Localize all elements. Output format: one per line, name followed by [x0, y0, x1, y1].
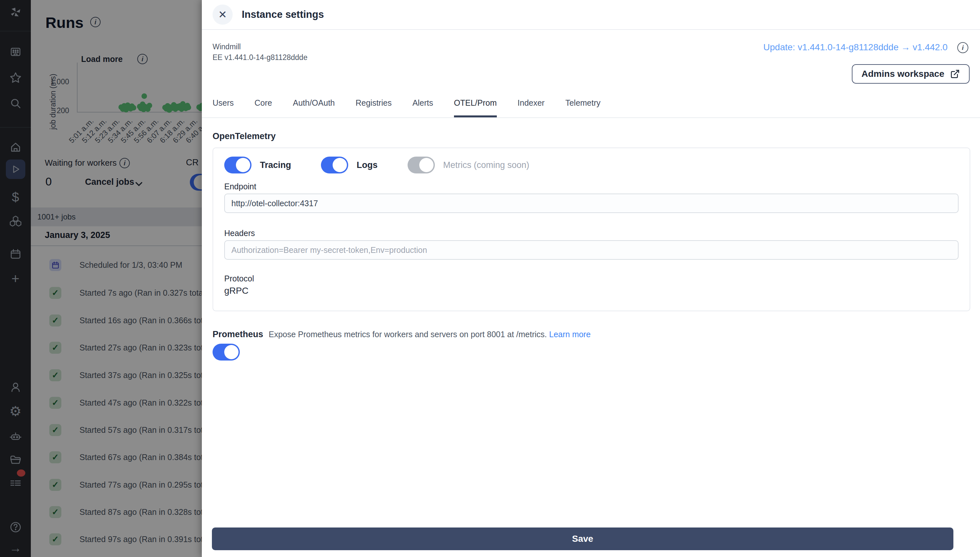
- update-link[interactable]: Update: v1.441.0-14-g81128ddde → v1.442.…: [763, 42, 947, 52]
- version-line-build: EE v1.441.0-14-g81128ddde: [212, 52, 307, 63]
- tab-alerts[interactable]: Alerts: [412, 98, 433, 117]
- protocol-label: Protocol: [224, 274, 254, 283]
- toggle-label: Tracing: [260, 160, 291, 170]
- metrics-toggle: [408, 156, 435, 173]
- toggle-group-metrics: Metrics (coming soon): [408, 156, 529, 173]
- external-link-icon: [950, 69, 960, 79]
- tracing-toggle[interactable]: [224, 156, 252, 173]
- admins-workspace-button[interactable]: Admins workspace: [852, 64, 970, 84]
- toggle-group-logs: Logs: [321, 156, 378, 173]
- tab-telemetry[interactable]: Telemetry: [565, 98, 600, 117]
- otel-toggles: TracingLogsMetrics (coming soon): [224, 156, 547, 173]
- toggle-label: Logs: [357, 160, 378, 170]
- endpoint-input[interactable]: [224, 194, 959, 213]
- opentelemetry-heading: OpenTelemetry: [212, 131, 276, 142]
- close-icon[interactable]: ✕: [212, 5, 233, 24]
- instance-settings-drawer: ✕ Instance settings Windmill EE v1.441.0…: [202, 0, 980, 557]
- endpoint-label: Endpoint: [224, 182, 256, 191]
- toggle-group-tracing: Tracing: [224, 156, 291, 173]
- tab-indexer[interactable]: Indexer: [518, 98, 544, 117]
- version-line-product: Windmill: [212, 41, 307, 52]
- prometheus-description: Expose Prometheus metrics for workers an…: [269, 330, 547, 339]
- tab-users[interactable]: Users: [212, 98, 234, 117]
- prometheus-toggle[interactable]: [212, 344, 240, 360]
- tab-auth-oauth[interactable]: Auth/OAuth: [293, 98, 335, 117]
- tab-otel-prom[interactable]: OTEL/Prom: [454, 98, 497, 117]
- learn-more-link[interactable]: Learn more: [549, 330, 591, 339]
- info-icon[interactable]: i: [957, 42, 968, 53]
- opentelemetry-panel: TracingLogsMetrics (coming soon) Endpoin…: [212, 148, 970, 311]
- headers-label: Headers: [224, 228, 255, 238]
- headers-input[interactable]: [224, 240, 959, 260]
- tab-registries[interactable]: Registries: [356, 98, 392, 117]
- logs-toggle[interactable]: [321, 156, 348, 173]
- prometheus-section: Prometheus Expose Prometheus metrics for…: [212, 329, 591, 339]
- tab-core[interactable]: Core: [255, 98, 272, 117]
- windmill-app: $ + ⚙: [0, 0, 980, 557]
- drawer-title: Instance settings: [242, 9, 324, 20]
- protocol-value: gRPC: [224, 286, 248, 296]
- admins-workspace-label: Admins workspace: [862, 69, 944, 79]
- version-info: Windmill EE v1.441.0-14-g81128ddde: [212, 41, 307, 63]
- toggle-label: Metrics (coming soon): [443, 160, 529, 170]
- prometheus-title: Prometheus: [212, 329, 263, 339]
- save-button[interactable]: Save: [212, 528, 953, 550]
- drawer-header: ✕ Instance settings: [202, 0, 980, 30]
- settings-tabs: UsersCoreAuth/OAuthRegistriesAlertsOTEL/…: [202, 98, 980, 118]
